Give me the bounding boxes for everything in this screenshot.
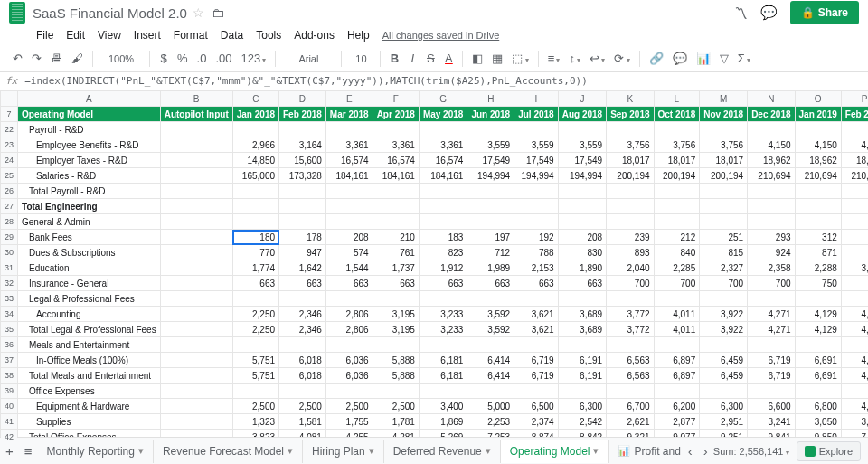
- cell[interactable]: 712: [467, 245, 514, 260]
- cell[interactable]: 194,994: [514, 168, 558, 184]
- cell[interactable]: 2,500: [232, 399, 278, 414]
- cell[interactable]: [419, 337, 467, 353]
- cell[interactable]: [748, 291, 795, 307]
- cell[interactable]: 3,772: [607, 307, 654, 322]
- cell[interactable]: [654, 122, 700, 137]
- cell[interactable]: 663: [419, 276, 467, 291]
- cell[interactable]: [558, 199, 606, 214]
- col-header-H[interactable]: H: [467, 91, 514, 107]
- cell[interactable]: 2,542: [558, 414, 606, 430]
- cell[interactable]: 445: [841, 245, 868, 260]
- sheet-tab-monthly-reporting[interactable]: Monthly Reporting▾: [38, 440, 154, 463]
- cell[interactable]: 6,018: [279, 353, 326, 368]
- cell[interactable]: 4,245: [841, 368, 868, 384]
- cell[interactable]: [514, 184, 558, 199]
- cell[interactable]: [558, 337, 606, 353]
- cell[interactable]: 6,459: [700, 368, 748, 384]
- cell[interactable]: 750: [795, 276, 841, 291]
- row-header-39[interactable]: 39: [1, 384, 18, 399]
- cell[interactable]: [467, 337, 514, 353]
- cell[interactable]: [160, 122, 232, 137]
- month-header-9[interactable]: Oct 2018: [654, 107, 700, 122]
- row-header-42[interactable]: 42: [1, 430, 18, 445]
- sheet-tab-revenue-forecast-model[interactable]: Revenue Forecast Model▾: [154, 440, 303, 463]
- cell[interactable]: 663: [467, 276, 514, 291]
- cell[interactable]: 893: [607, 245, 654, 260]
- cell[interactable]: 3,361: [326, 137, 373, 153]
- activity-icon[interactable]: 〽: [734, 5, 748, 21]
- cell[interactable]: 3,455: [841, 260, 868, 276]
- more-formats-button[interactable]: 123: [237, 50, 269, 67]
- cell[interactable]: 3,233: [419, 322, 467, 337]
- cell[interactable]: 1,323: [232, 414, 278, 430]
- cell[interactable]: 17,549: [467, 153, 514, 168]
- cell[interactable]: 1,912: [419, 260, 467, 276]
- star-icon[interactable]: ☆: [193, 5, 204, 20]
- cell[interactable]: 200,194: [607, 168, 654, 184]
- cell[interactable]: 3,195: [373, 307, 419, 322]
- col-header-P[interactable]: P: [841, 91, 868, 107]
- row-header-31[interactable]: 31: [1, 260, 18, 276]
- cell[interactable]: [160, 230, 232, 245]
- cell[interactable]: 6,414: [467, 368, 514, 384]
- col-header-J[interactable]: J: [558, 91, 606, 107]
- cell[interactable]: [748, 184, 795, 199]
- row-label[interactable]: Employee Benefits - R&D: [18, 137, 161, 153]
- cell[interactable]: 312: [795, 230, 841, 245]
- cell[interactable]: 6,897: [654, 353, 700, 368]
- cell[interactable]: [232, 337, 278, 353]
- redo-button[interactable]: ↷: [28, 50, 45, 67]
- cell[interactable]: 700: [654, 276, 700, 291]
- row-label[interactable]: Bank Fees: [18, 230, 161, 245]
- cell[interactable]: 6,691: [795, 368, 841, 384]
- cell[interactable]: 4,500: [841, 307, 868, 322]
- cell[interactable]: [607, 337, 654, 353]
- cell[interactable]: 5,751: [232, 353, 278, 368]
- cell[interactable]: 5,751: [232, 368, 278, 384]
- font-select[interactable]: [281, 53, 335, 64]
- cell[interactable]: 761: [373, 245, 419, 260]
- cell[interactable]: 871: [795, 245, 841, 260]
- cell[interactable]: 4,100: [841, 399, 868, 414]
- cell[interactable]: 574: [326, 245, 373, 260]
- cell[interactable]: [700, 337, 748, 353]
- row-header-28[interactable]: 28: [1, 214, 18, 230]
- cell[interactable]: 6,414: [467, 353, 514, 368]
- cell[interactable]: 200,194: [700, 168, 748, 184]
- cell[interactable]: [607, 384, 654, 399]
- cell[interactable]: 700: [607, 276, 654, 291]
- cell[interactable]: [279, 291, 326, 307]
- col-header-M[interactable]: M: [700, 91, 748, 107]
- cell[interactable]: 192: [514, 230, 558, 245]
- font-size-select[interactable]: [347, 53, 374, 64]
- merge-button[interactable]: ⬚: [508, 50, 532, 67]
- save-status[interactable]: All changes saved in Drive: [382, 30, 500, 41]
- row-header-26[interactable]: 26: [1, 184, 18, 199]
- comment-button[interactable]: 💬: [669, 50, 691, 67]
- cell[interactable]: [419, 184, 467, 199]
- col-header-G[interactable]: G: [419, 91, 467, 107]
- cell[interactable]: 194,994: [558, 168, 606, 184]
- cell[interactable]: 6,600: [748, 399, 795, 414]
- cell[interactable]: 2,877: [654, 414, 700, 430]
- cell[interactable]: [795, 184, 841, 199]
- col-header-B[interactable]: B: [160, 91, 232, 107]
- cell[interactable]: [558, 291, 606, 307]
- cell[interactable]: [841, 184, 868, 199]
- sheets-app-icon[interactable]: [9, 2, 25, 24]
- row-header-33[interactable]: 33: [1, 291, 18, 307]
- cell[interactable]: 2,040: [607, 260, 654, 276]
- cell[interactable]: [160, 153, 232, 168]
- scroll-tabs-left[interactable]: ‹: [683, 443, 698, 459]
- cell[interactable]: 18,017: [700, 153, 748, 168]
- cell[interactable]: 3,756: [607, 137, 654, 153]
- cell[interactable]: [558, 184, 606, 199]
- cell[interactable]: 1,755: [326, 414, 373, 430]
- row-label[interactable]: Meals and Entertainment: [18, 337, 161, 353]
- cell[interactable]: [160, 353, 232, 368]
- cell[interactable]: 1,989: [467, 260, 514, 276]
- tab-dropdown-icon[interactable]: ▾: [593, 445, 599, 457]
- row-header-41[interactable]: 41: [1, 414, 18, 430]
- cell[interactable]: 3,621: [514, 307, 558, 322]
- row-label[interactable]: Equipment & Hardware: [18, 399, 161, 414]
